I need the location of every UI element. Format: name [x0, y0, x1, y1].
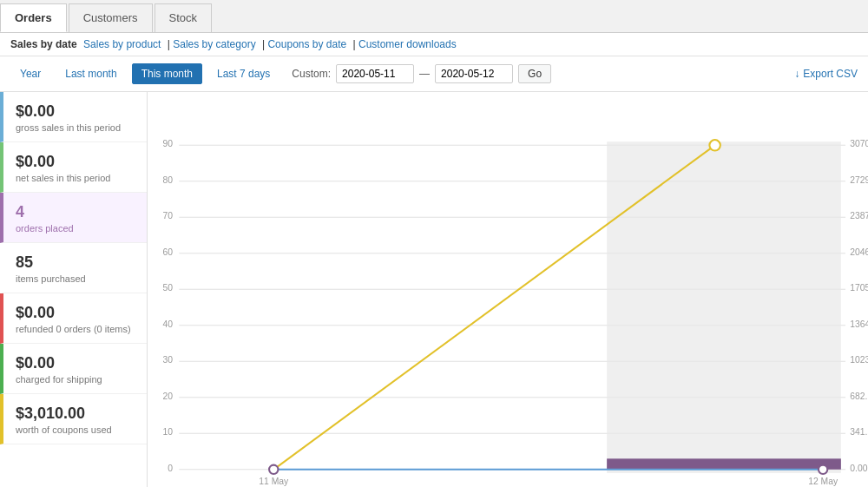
stat-coupons-value: $3,010.00 [16, 405, 135, 423]
stat-gross-sales-label: gross sales in this period [16, 122, 135, 133]
svg-text:11 May: 11 May [259, 477, 289, 486]
stat-shipping-value: $0.00 [16, 354, 135, 372]
svg-text:2046.80: 2046.80 [850, 247, 868, 257]
sub-nav: Sales by date Sales by product | Sales b… [0, 33, 868, 56]
stat-refunded-label: refunded 0 orders (0 items) [16, 324, 135, 334]
svg-rect-30 [607, 141, 841, 473]
chart-svg: 0 10 20 30 40 50 60 70 80 90 0.00 341.13… [148, 101, 868, 487]
svg-text:3070.20: 3070.20 [850, 139, 868, 148]
svg-text:2387.89: 2387.89 [850, 211, 868, 220]
svg-point-36 [819, 465, 827, 474]
sub-nav-link-product[interactable]: Sales by product [83, 38, 161, 50]
svg-text:50: 50 [163, 283, 174, 293]
stat-orders: 4 orders placed [0, 193, 147, 243]
svg-point-35 [709, 140, 720, 150]
stat-coupons: $3,010.00 worth of coupons used [0, 394, 147, 444]
svg-text:682.27: 682.27 [850, 392, 868, 401]
svg-text:60: 60 [163, 247, 174, 257]
filter-this-month[interactable]: This month [132, 63, 202, 84]
filter-last-7-days[interactable]: Last 7 days [207, 63, 279, 84]
tab-customers[interactable]: Customers [69, 3, 153, 32]
svg-text:1705.67: 1705.67 [850, 283, 868, 293]
svg-text:1364.53: 1364.53 [850, 319, 868, 329]
tab-stock[interactable]: Stock [155, 3, 213, 32]
svg-point-34 [269, 465, 278, 474]
filter-year[interactable]: Year [10, 63, 50, 84]
tab-orders[interactable]: Orders [0, 3, 67, 32]
date-filter-bar: Year Last month This month Last 7 days C… [0, 56, 868, 92]
svg-text:90: 90 [163, 139, 174, 148]
svg-text:341.13: 341.13 [850, 427, 868, 437]
main-content: $0.00 gross sales in this period $0.00 n… [0, 92, 868, 487]
stat-gross-sales: $0.00 gross sales in this period [0, 92, 147, 142]
stat-gross-sales-value: $0.00 [16, 102, 135, 121]
go-button[interactable]: Go [518, 64, 551, 83]
stat-coupons-label: worth of coupons used [16, 424, 135, 435]
date-to-input[interactable] [435, 64, 513, 83]
stat-net-sales: $0.00 net sales in this period [0, 142, 147, 193]
custom-label: Custom: [292, 68, 331, 80]
stat-refunded: $0.00 refunded 0 orders (0 items) [0, 293, 147, 344]
export-csv-label: Export CSV [803, 68, 858, 80]
date-from-input[interactable] [336, 64, 414, 83]
date-dash: — [419, 68, 430, 80]
svg-text:40: 40 [163, 319, 174, 329]
svg-text:10: 10 [163, 427, 174, 437]
stat-items-label: items purchased [16, 273, 135, 284]
svg-text:12 May: 12 May [808, 477, 838, 486]
export-csv-link[interactable]: ↓ Export CSV [794, 68, 858, 80]
stat-orders-label: orders placed [16, 223, 135, 234]
filter-last-month[interactable]: Last month [56, 63, 126, 84]
svg-text:30: 30 [163, 355, 174, 365]
sub-nav-link-category[interactable]: Sales by category [173, 38, 255, 50]
svg-text:70: 70 [163, 211, 174, 220]
svg-text:1023.40: 1023.40 [850, 355, 868, 365]
svg-rect-31 [607, 458, 841, 469]
stat-shipping: $0.00 charged for shipping [0, 344, 147, 394]
stat-shipping-label: charged for shipping [16, 374, 135, 385]
download-icon: ↓ [794, 68, 799, 80]
stat-orders-value: 4 [16, 203, 135, 221]
stat-net-sales-label: net sales in this period [16, 173, 135, 183]
svg-text:2729.07: 2729.07 [850, 175, 868, 185]
sub-nav-prefix: Sales by date [10, 38, 77, 50]
svg-text:20: 20 [163, 392, 174, 401]
stat-items-value: 85 [16, 253, 135, 272]
sub-nav-link-downloads[interactable]: Customer downloads [358, 38, 457, 50]
top-tabs-container: Orders Customers Stock [0, 0, 868, 33]
svg-text:0.00: 0.00 [850, 464, 867, 473]
sub-nav-link-coupons[interactable]: Coupons by date [267, 38, 346, 50]
svg-text:80: 80 [163, 175, 174, 185]
svg-text:0: 0 [168, 464, 173, 473]
stats-panel: $0.00 gross sales in this period $0.00 n… [0, 92, 148, 487]
stat-refunded-value: $0.00 [16, 304, 135, 322]
chart-area: 0 10 20 30 40 50 60 70 80 90 0.00 341.13… [148, 92, 868, 487]
stat-items: 85 items purchased [0, 243, 147, 293]
stat-net-sales-value: $0.00 [16, 153, 135, 171]
